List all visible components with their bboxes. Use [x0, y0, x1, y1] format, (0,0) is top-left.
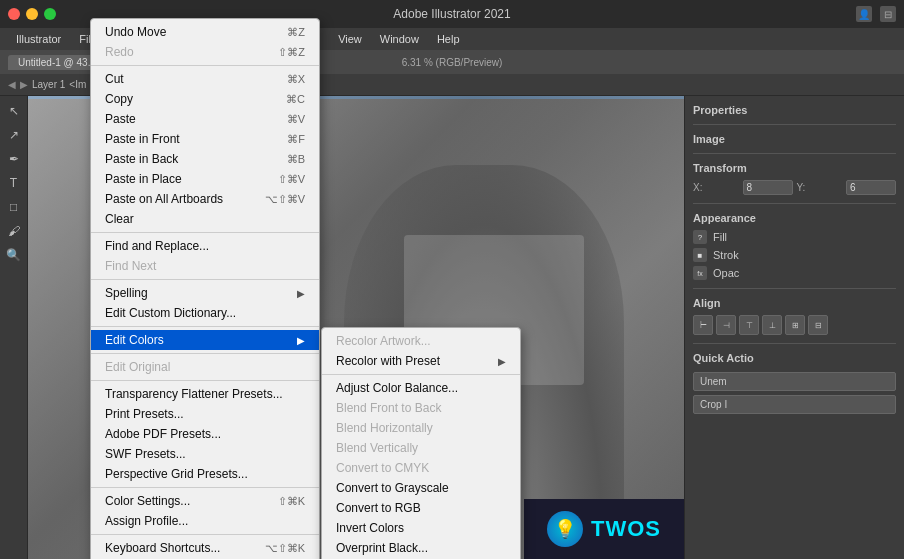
- zoom-tool[interactable]: 🔍: [3, 244, 25, 266]
- swf-presets-label: SWF Presets...: [105, 447, 305, 461]
- adjust-color-item[interactable]: Adjust Color Balance...: [322, 378, 520, 398]
- panel-divider-1: [693, 124, 896, 125]
- sep-1: [91, 65, 319, 66]
- recolor-item[interactable]: Recolor Artwork...: [322, 331, 520, 351]
- swf-presets-item[interactable]: SWF Presets...: [91, 444, 319, 464]
- sep-5: [91, 353, 319, 354]
- paste-back-item[interactable]: Paste in Back ⌘B: [91, 149, 319, 169]
- paste-back-label: Paste in Back: [105, 152, 267, 166]
- paste-label: Paste: [105, 112, 267, 126]
- recolor-preset-label: Recolor with Preset: [336, 354, 498, 368]
- title-bar-icons: 👤 ⊟: [856, 6, 896, 22]
- menu-help[interactable]: Help: [429, 31, 468, 47]
- blend-front-item[interactable]: Blend Front to Back: [322, 398, 520, 418]
- find-item[interactable]: Find and Replace...: [91, 236, 319, 256]
- window-controls[interactable]: ⊟: [880, 6, 896, 22]
- paste-front-label: Paste in Front: [105, 132, 267, 146]
- overprint-item[interactable]: Overprint Black...: [322, 538, 520, 558]
- perspective-item[interactable]: Perspective Grid Presets...: [91, 464, 319, 484]
- assign-profile-label: Assign Profile...: [105, 514, 305, 528]
- brush-tool[interactable]: 🖌: [3, 220, 25, 242]
- blend-v-item[interactable]: Blend Vertically: [322, 438, 520, 458]
- edit-original-label: Edit Original: [105, 360, 305, 374]
- clear-item[interactable]: Clear: [91, 209, 319, 229]
- blend-v-label: Blend Vertically: [336, 441, 506, 455]
- paste-front-shortcut: ⌘F: [287, 133, 305, 146]
- color-settings-shortcut: ⇧⌘K: [278, 495, 305, 508]
- fill-label: Fill: [713, 231, 727, 243]
- transparency-item[interactable]: Transparency Flattener Presets...: [91, 384, 319, 404]
- edit-colors-item[interactable]: Edit Colors ▶ Recolor Artwork... Recolor…: [91, 330, 319, 350]
- sep-3: [91, 279, 319, 280]
- paste-item[interactable]: Paste ⌘V: [91, 109, 319, 129]
- dictionary-item[interactable]: Edit Custom Dictionary...: [91, 303, 319, 323]
- align-center-v[interactable]: ⊞: [785, 315, 805, 335]
- traffic-lights: [8, 8, 56, 20]
- x-input[interactable]: [743, 180, 793, 195]
- edit-original-item[interactable]: Edit Original: [91, 357, 319, 377]
- paste-all-item[interactable]: Paste on All Artboards ⌥⇧⌘V: [91, 189, 319, 209]
- to-gray-label: Convert to Grayscale: [336, 481, 506, 495]
- cut-label: Cut: [105, 72, 267, 86]
- spelling-label: Spelling: [105, 286, 293, 300]
- sep-7: [91, 487, 319, 488]
- copy-item[interactable]: Copy ⌘C: [91, 89, 319, 109]
- paste-front-item[interactable]: Paste in Front ⌘F: [91, 129, 319, 149]
- align-right[interactable]: ⊤: [739, 315, 759, 335]
- menu-illustrator[interactable]: Illustrator: [8, 31, 69, 47]
- to-gray-item[interactable]: Convert to Grayscale: [322, 478, 520, 498]
- account-icon[interactable]: 👤: [856, 6, 872, 22]
- image-section-title: Image: [693, 133, 896, 145]
- rectangle-tool[interactable]: □: [3, 196, 25, 218]
- redo-item[interactable]: Redo ⇧⌘Z: [91, 42, 319, 62]
- menu-view[interactable]: View: [330, 31, 370, 47]
- layer-nav-right[interactable]: ▶: [20, 79, 28, 90]
- type-tool[interactable]: T: [3, 172, 25, 194]
- blend-front-label: Blend Front to Back: [336, 401, 506, 415]
- align-title: Align: [693, 297, 896, 309]
- to-rgb-item[interactable]: Convert to RGB: [322, 498, 520, 518]
- unembed-button[interactable]: Unem: [693, 372, 896, 391]
- align-center-h[interactable]: ⊣: [716, 315, 736, 335]
- align-bottom[interactable]: ⊟: [808, 315, 828, 335]
- spelling-item[interactable]: Spelling ▶: [91, 283, 319, 303]
- maximize-button[interactable]: [44, 8, 56, 20]
- paste-all-shortcut: ⌥⇧⌘V: [265, 193, 305, 206]
- invert-item[interactable]: Invert Colors: [322, 518, 520, 538]
- crop-image-button[interactable]: Crop I: [693, 395, 896, 414]
- paste-place-label: Paste in Place: [105, 172, 258, 186]
- align-left[interactable]: ⊢: [693, 315, 713, 335]
- align-top[interactable]: ⊥: [762, 315, 782, 335]
- x-label: X:: [693, 182, 739, 193]
- perspective-label: Perspective Grid Presets...: [105, 467, 305, 481]
- keyboard-shortcuts-item[interactable]: Keyboard Shortcuts... ⌥⇧⌘K: [91, 538, 319, 558]
- print-presets-item[interactable]: Print Presets...: [91, 404, 319, 424]
- print-presets-label: Print Presets...: [105, 407, 305, 421]
- assign-profile-item[interactable]: Assign Profile...: [91, 511, 319, 531]
- layer-nav-left[interactable]: ◀: [8, 79, 16, 90]
- fill-row: ? Fill: [693, 230, 896, 244]
- direct-select-tool[interactable]: ↗: [3, 124, 25, 146]
- adjust-color-label: Adjust Color Balance...: [336, 381, 506, 395]
- transform-x-row: X: Y:: [693, 180, 896, 195]
- blend-h-item[interactable]: Blend Horizontally: [322, 418, 520, 438]
- sep-6: [91, 380, 319, 381]
- close-button[interactable]: [8, 8, 20, 20]
- y-input[interactable]: [846, 180, 896, 195]
- recolor-preset-item[interactable]: Recolor with Preset ▶: [322, 351, 520, 371]
- color-settings-item[interactable]: Color Settings... ⇧⌘K: [91, 491, 319, 511]
- dictionary-label: Edit Custom Dictionary...: [105, 306, 305, 320]
- pdf-presets-item[interactable]: Adobe PDF Presets...: [91, 424, 319, 444]
- pen-tool[interactable]: ✒: [3, 148, 25, 170]
- undo-item[interactable]: Undo Move ⌘Z: [91, 22, 319, 42]
- to-cmyk-item[interactable]: Convert to CMYK: [322, 458, 520, 478]
- select-tool[interactable]: ↖: [3, 100, 25, 122]
- find-next-item[interactable]: Find Next: [91, 256, 319, 276]
- paste-place-item[interactable]: Paste in Place ⇧⌘V: [91, 169, 319, 189]
- minimize-button[interactable]: [26, 8, 38, 20]
- cut-item[interactable]: Cut ⌘X: [91, 69, 319, 89]
- color-settings-label: Color Settings...: [105, 494, 258, 508]
- panel-divider-4: [693, 288, 896, 289]
- menu-window[interactable]: Window: [372, 31, 427, 47]
- left-toolbar: ↖ ↗ ✒ T □ 🖌 🔍: [0, 96, 28, 559]
